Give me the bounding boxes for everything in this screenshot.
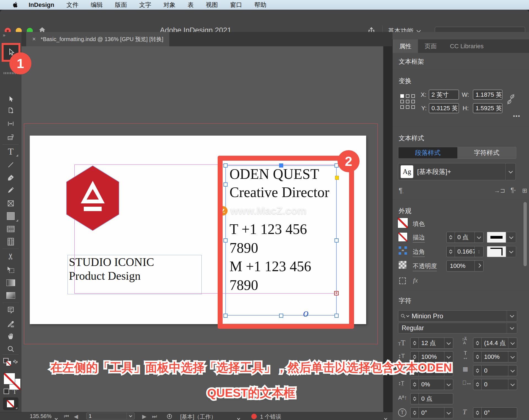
more-options-icon[interactable]: ••• (513, 113, 520, 119)
leading-stepper[interactable]: (14.4 点 (473, 338, 517, 349)
corner-options-icon[interactable] (399, 246, 407, 255)
menu-type[interactable]: 文字 (139, 1, 151, 9)
chevron-down-icon[interactable] (508, 379, 517, 390)
fill-swatch[interactable] (398, 218, 408, 228)
x-field[interactable]: 2 英寸 (429, 90, 459, 100)
stepper-arrows[interactable] (473, 352, 482, 362)
gradient-swatch-tool[interactable] (0, 276, 21, 289)
font-size-stepper[interactable]: 12 点 (410, 338, 453, 349)
constrain-proportions-icon[interactable] (507, 93, 515, 105)
corner-label[interactable]: 边角 (413, 248, 425, 257)
line-tool[interactable] (0, 158, 21, 171)
chevron-down-icon[interactable] (126, 413, 134, 419)
formatting-affects-container-icon[interactable] (4, 389, 9, 394)
y-field[interactable]: 0.3125 英 (429, 103, 459, 113)
menu-object[interactable]: 对象 (163, 1, 176, 9)
paragraph-styles-tab[interactable]: 段落样式 (398, 147, 457, 158)
vertical-grid-tool[interactable] (0, 235, 21, 248)
effects-icon[interactable]: fx (413, 277, 418, 284)
font-style-dropdown[interactable]: Regular (398, 323, 517, 333)
w-field[interactable]: 1.1875 英 (473, 90, 503, 100)
chevron-down-icon[interactable] (385, 414, 387, 420)
stepper-arrows[interactable] (473, 408, 482, 418)
chevron-right-icon[interactable] (474, 261, 483, 271)
close-icon[interactable]: × (32, 36, 36, 43)
preflight-icon[interactable] (166, 413, 172, 419)
document-tab[interactable]: × *Basic_formatting.indd @ 136% [GPU 预览]… (26, 32, 170, 46)
horizontal-grid-tool[interactable] (0, 222, 21, 236)
gradient-feather-tool[interactable] (0, 289, 21, 302)
zoom-tool[interactable] (0, 342, 21, 356)
gap-tool[interactable] (0, 117, 21, 130)
page-tool[interactable] (0, 104, 21, 117)
rectangle-tool[interactable] (0, 209, 21, 223)
corner-style-dropdown[interactable] (487, 246, 516, 257)
free-transform-tool[interactable] (0, 263, 21, 276)
fill-none-swatch[interactable] (4, 373, 15, 384)
previous-page-button[interactable]: ◀ (74, 413, 78, 420)
new-style-icon[interactable]: ⊞ (522, 187, 527, 194)
eyedropper-tool[interactable] (0, 317, 21, 331)
stroke-weight-stepper[interactable]: 0 点 (446, 232, 484, 243)
style-override-icon[interactable]: ¶* (511, 186, 515, 194)
stepper-arrows[interactable] (473, 338, 482, 348)
redefine-style-icon[interactable]: →⊐ (494, 187, 505, 194)
frame-tool[interactable] (0, 197, 21, 210)
chevron-down-icon[interactable] (444, 408, 453, 418)
object-states-icon[interactable] (399, 278, 406, 284)
h-field[interactable]: 1.5925 英 (473, 103, 503, 113)
apple-menu[interactable] (12, 1, 19, 8)
stepper-arrows[interactable] (411, 408, 419, 418)
opacity-icon[interactable] (399, 261, 406, 269)
stepper-arrows[interactable] (411, 338, 419, 348)
menu-edit[interactable]: 编辑 (91, 1, 103, 9)
opacity-label[interactable]: 不透明度 (413, 262, 437, 271)
next-page-button[interactable]: ▶ (142, 413, 146, 420)
zoom-level[interactable]: 135.56% (30, 413, 52, 419)
tab-properties[interactable]: 属性 (393, 39, 418, 53)
menu-table[interactable]: 表 (188, 1, 194, 9)
corner-radius-stepper[interactable]: 0.1667 ⋮ (446, 246, 484, 257)
character-styles-tab[interactable]: 字符样式 (457, 147, 516, 158)
opacity-field[interactable]: 100% (446, 260, 484, 271)
menu-file[interactable]: 文件 (66, 1, 79, 9)
last-page-button[interactable]: ⏭︎ (152, 413, 157, 419)
preflight-profile[interactable]: [基本]（工作） (180, 413, 216, 420)
fill-swatch-small[interactable] (6, 361, 11, 366)
character-rotation-stepper[interactable]: 0° (410, 407, 453, 418)
logo-hexagon[interactable] (66, 165, 119, 231)
paragraph-style-dropdown[interactable]: Ag [基本段落]+ (398, 163, 516, 180)
chevron-down-icon[interactable] (55, 414, 57, 420)
stroke-type-dropdown[interactable] (487, 232, 516, 243)
menu-indesign[interactable]: InDesign (29, 1, 54, 9)
pen-tool[interactable] (0, 171, 21, 184)
note-tool[interactable] (0, 303, 21, 317)
spinner-dots[interactable]: ⋮ (474, 246, 483, 257)
reference-point-proxy[interactable] (400, 94, 415, 109)
error-count[interactable]: 1 个错误 (260, 413, 281, 420)
menu-view[interactable]: 视图 (206, 1, 218, 9)
chevron-down-icon[interactable] (508, 338, 517, 348)
content-collector-tool[interactable] (0, 131, 21, 144)
pilcrow-icon[interactable]: ¶, (399, 186, 404, 195)
hand-tool[interactable] (0, 329, 21, 343)
type-tool[interactable]: T (0, 145, 21, 158)
skew-stepper[interactable]: 0° (473, 407, 517, 418)
chevron-down-icon[interactable] (237, 414, 240, 420)
menu-window[interactable]: 窗口 (230, 1, 242, 9)
chevron-down-icon[interactable] (444, 338, 453, 348)
scissors-tool[interactable]: ✂ (0, 250, 21, 263)
font-family-dropdown[interactable]: Minion Pro (398, 310, 517, 322)
horizontal-scale-stepper[interactable]: 100% (473, 351, 517, 362)
chevron-down-icon[interactable] (508, 365, 517, 376)
chevron-down-icon[interactable] (508, 352, 517, 362)
panel-scrollbar[interactable] (523, 202, 527, 266)
first-page-button[interactable]: ⏮︎ (64, 413, 69, 419)
pencil-tool[interactable] (0, 184, 21, 197)
menu-help[interactable]: 帮助 (254, 1, 266, 9)
page-number-field[interactable]: 1 (86, 413, 135, 419)
tab-pages[interactable]: 页面 (418, 39, 443, 53)
menu-layout[interactable]: 版面 (115, 1, 127, 9)
stroke-label[interactable]: 描边 (413, 233, 425, 243)
stepper-arrows[interactable] (447, 246, 455, 257)
